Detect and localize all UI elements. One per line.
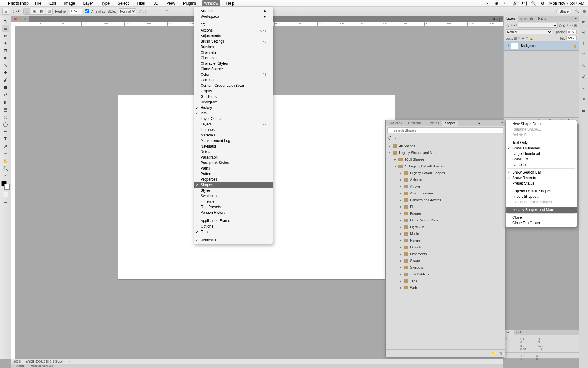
menu-item-glyphs[interactable]: Glyphs (194, 88, 273, 94)
shapes-folder-frames[interactable]: ▶Frames (386, 210, 505, 217)
shapes-folder-nature[interactable]: ▶Nature (386, 237, 505, 244)
glyphs-panel-icon[interactable]: Ⓐ (581, 52, 587, 58)
search-icon[interactable]: 🔍 (575, 9, 579, 13)
tool-gradient[interactable]: ▤ (2, 106, 9, 113)
menu-3d[interactable]: 3D (152, 0, 160, 6)
menu-item-layers[interactable]: ✓LayersF7 (194, 121, 273, 127)
menu-item-patterns[interactable]: Patterns (194, 171, 273, 177)
background-color-swatch[interactable] (4, 184, 10, 190)
spotlight-icon[interactable]: 🔍 (531, 1, 536, 6)
context-item-close-tab-group[interactable]: Close Tab Group (506, 220, 577, 226)
status-arrow-icon[interactable]: > (69, 360, 70, 363)
context-item-small-thumbnail[interactable]: ✓Small Thumbnail (506, 145, 577, 151)
menu-item-styles[interactable]: Styles (194, 188, 273, 193)
lock-all-icon[interactable]: 🔒 (530, 37, 533, 40)
disclosure-arrow-icon[interactable]: ▶ (400, 239, 402, 242)
active-tool-indicator[interactable]: ◯ ▾ (12, 8, 21, 15)
disclosure-arrow-icon[interactable]: ▶ (400, 246, 402, 249)
kind-select[interactable] (518, 23, 558, 28)
tool-move[interactable]: ↖ (2, 18, 9, 25)
disclosure-arrow-icon[interactable]: ▶ (400, 253, 402, 255)
menu-item-options[interactable]: ✓Options (194, 224, 273, 229)
menu-edit[interactable]: Edit (47, 0, 58, 6)
menu-item-history[interactable]: ✓History (194, 105, 273, 110)
menu-type[interactable]: Type (99, 0, 111, 6)
paragraph-panel-icon[interactable]: ¶ (581, 40, 587, 47)
shapes-folder-talk-bubbles[interactable]: ▶Talk Bubbles (386, 271, 505, 278)
color-swatches[interactable] (1, 181, 10, 190)
shapes-folder-grime-vector-pack[interactable]: ▶Grime Vector Pack (386, 217, 505, 224)
panel-menu-icon[interactable]: ≡ (573, 16, 579, 22)
menu-item-version-history[interactable]: Version History (194, 210, 273, 215)
shapes-folder-2019-shapes[interactable]: ▶2019 Shapes (386, 156, 505, 163)
menu-file[interactable]: File (33, 0, 43, 6)
menu-item-brush-settings[interactable]: Brush SettingsF5 (194, 39, 273, 44)
menu-view[interactable]: View (165, 0, 177, 6)
menu-item-character-styles[interactable]: Character Styles (194, 61, 273, 66)
shapes-search-input[interactable] (387, 127, 503, 133)
disclosure-arrow-icon[interactable]: ▶ (400, 192, 402, 195)
collapse-panels-icon[interactable]: « (500, 17, 502, 20)
context-item-legacy-shapes-and-more[interactable]: Legacy Shapes and More (506, 207, 577, 213)
selection-subtract-button[interactable]: ▤ (38, 8, 45, 14)
menu-item-application-frame[interactable]: Application Frame (194, 218, 273, 224)
menu-item-untitled-1[interactable]: ✓Untitled-1 (194, 237, 273, 243)
tab-swatches[interactable]: Swatches (386, 121, 405, 126)
filter-pixel-icon[interactable]: ▢ (559, 24, 562, 27)
menu-item-notes[interactable]: Notes (194, 149, 273, 155)
context-item-large-thumbnail[interactable]: Large Thumbnail (506, 151, 577, 156)
zoom-level[interactable]: 100% (13, 360, 21, 363)
menu-item-arrange[interactable]: Arrange▶ (194, 8, 273, 14)
disclosure-arrow-icon[interactable]: ▶ (400, 280, 402, 282)
tab-patterns[interactable]: Patterns (424, 121, 442, 126)
menu-item-layer-comps[interactable]: Layer Comps (194, 116, 273, 121)
input-source-badge[interactable]: US (522, 1, 527, 6)
shapes-folder-all-shapes[interactable]: ▶All Shapes (386, 143, 505, 149)
shapes-folder-tiles[interactable]: ▶Tiles (386, 278, 505, 284)
menu-item-histogram[interactable]: Histogram (194, 99, 273, 105)
menu-item-libraries[interactable]: Libraries (194, 127, 273, 132)
menu-item-content-credentials-beta-[interactable]: Content Credentials (Beta) (194, 83, 273, 88)
menu-item-adjustments[interactable]: Adjustments (194, 33, 273, 39)
tool-eyedropper[interactable]: ✎ (2, 62, 9, 69)
brushes-icon[interactable]: 🖌 (581, 74, 587, 80)
menu-layer[interactable]: Layer (81, 0, 95, 6)
play-icon[interactable]: ▶ (581, 18, 587, 25)
context-item-show-search-bar[interactable]: ✓Show Search Bar (506, 170, 577, 175)
menu-item-paragraph[interactable]: Paragraph (194, 155, 273, 160)
disclosure-arrow-icon[interactable]: ▶ (400, 219, 402, 222)
disclosure-arrow-icon[interactable]: ▶ (400, 185, 402, 188)
tool-marquee[interactable]: ▭ (2, 25, 9, 32)
layer-row[interactable]: 👁 Background 🔒 (504, 41, 579, 51)
vertical-ruler[interactable] (11, 26, 15, 359)
menu-select[interactable]: Select (116, 0, 130, 6)
visibility-eye-icon[interactable]: 👁 (506, 44, 509, 48)
brush-settings-icon[interactable]: ✎ (581, 63, 587, 69)
tool-wand[interactable]: ✦ (2, 40, 9, 47)
filter-type-icon[interactable]: T (567, 24, 569, 27)
menu-plugins[interactable]: Plugins (181, 0, 198, 6)
shapes-panel-menu-icon[interactable]: ≡ (499, 121, 505, 125)
disclosure-arrow-icon[interactable]: ▶ (400, 172, 402, 174)
tool-crop[interactable]: ⊡ (2, 47, 9, 54)
quick-mask-toggle[interactable] (3, 192, 8, 197)
window-zoom-icon[interactable] (24, 18, 26, 20)
shapes-folder-web[interactable]: ▶Web (386, 284, 505, 291)
recent-shape-circle[interactable] (388, 136, 391, 140)
disclosure-arrow-icon[interactable]: ▶ (389, 145, 391, 148)
disclosure-arrow-icon[interactable]: ▶ (400, 226, 402, 228)
window-minimize-icon[interactable] (19, 18, 21, 20)
tool-hand[interactable]: ✋ (2, 158, 9, 164)
tab-channels[interactable]: Channels (518, 16, 536, 22)
menu-item-shapes[interactable]: ✓Shapes (194, 182, 273, 188)
tool-blur[interactable]: ◌ (2, 113, 9, 120)
selection-add-button[interactable]: ▣ (31, 8, 38, 14)
shapes-collapse-icon[interactable]: » (476, 121, 482, 125)
context-item-text-only[interactable]: Text Only (506, 140, 577, 145)
shapes-folder-legacy-default-shapes[interactable]: ▶Legacy Default Shapes (386, 170, 505, 176)
lock-transparency-icon[interactable]: ▦ (514, 37, 517, 40)
shapes-folder-animals[interactable]: ▶Animals (386, 176, 505, 183)
tool-stamp[interactable]: ⬢ (2, 84, 9, 91)
layer-name[interactable]: Background (521, 44, 537, 48)
menu-item-properties[interactable]: Properties (194, 177, 273, 182)
